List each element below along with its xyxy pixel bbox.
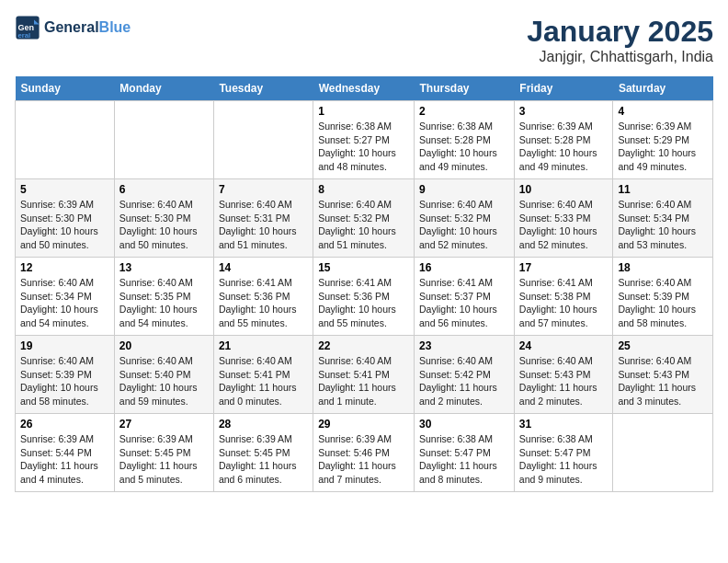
day-info: Sunrise: 6:39 AMSunset: 5:28 PMDaylight:… bbox=[519, 120, 609, 174]
day-number: 8 bbox=[318, 183, 409, 196]
day-info: Sunrise: 6:40 AMSunset: 5:42 PMDaylight:… bbox=[419, 354, 509, 408]
day-info: Sunrise: 6:39 AMSunset: 5:30 PMDaylight:… bbox=[20, 198, 109, 252]
day-info: Sunrise: 6:39 AMSunset: 5:45 PMDaylight:… bbox=[119, 432, 209, 487]
day-number: 19 bbox=[20, 339, 109, 352]
day-number: 16 bbox=[419, 261, 509, 274]
day-number: 24 bbox=[519, 339, 609, 352]
calendar-cell: 15Sunrise: 6:41 AMSunset: 5:36 PMDayligh… bbox=[313, 258, 415, 336]
calendar-cell: 23Sunrise: 6:40 AMSunset: 5:42 PMDayligh… bbox=[415, 336, 515, 414]
day-number: 7 bbox=[219, 183, 308, 196]
day-info: Sunrise: 6:38 AMSunset: 5:47 PMDaylight:… bbox=[419, 432, 509, 487]
day-info: Sunrise: 6:41 AMSunset: 5:38 PMDaylight:… bbox=[519, 276, 609, 330]
calendar-cell bbox=[16, 101, 115, 179]
calendar-cell: 12Sunrise: 6:40 AMSunset: 5:34 PMDayligh… bbox=[16, 258, 115, 336]
day-number: 3 bbox=[519, 105, 609, 118]
calendar-cell: 8Sunrise: 6:40 AMSunset: 5:32 PMDaylight… bbox=[313, 179, 415, 258]
calendar-cell: 6Sunrise: 6:40 AMSunset: 5:30 PMDaylight… bbox=[114, 179, 213, 258]
day-info: Sunrise: 6:40 AMSunset: 5:39 PMDaylight:… bbox=[20, 354, 109, 408]
calendar-cell: 3Sunrise: 6:39 AMSunset: 5:28 PMDaylight… bbox=[514, 101, 613, 179]
weekday-header: Wednesday bbox=[313, 76, 415, 101]
day-info: Sunrise: 6:38 AMSunset: 5:47 PMDaylight:… bbox=[519, 432, 609, 487]
calendar-week-row: 19Sunrise: 6:40 AMSunset: 5:39 PMDayligh… bbox=[16, 336, 713, 414]
calendar-cell: 24Sunrise: 6:40 AMSunset: 5:43 PMDayligh… bbox=[514, 336, 613, 414]
logo-icon: Gen eral bbox=[15, 15, 40, 40]
day-info: Sunrise: 6:38 AMSunset: 5:27 PMDaylight:… bbox=[318, 120, 409, 174]
calendar-cell: 16Sunrise: 6:41 AMSunset: 5:37 PMDayligh… bbox=[415, 258, 515, 336]
calendar-cell: 25Sunrise: 6:40 AMSunset: 5:43 PMDayligh… bbox=[613, 336, 713, 414]
day-info: Sunrise: 6:39 AMSunset: 5:46 PMDaylight:… bbox=[318, 432, 409, 487]
day-number: 18 bbox=[618, 261, 708, 274]
calendar-cell bbox=[213, 101, 313, 179]
weekday-header: Sunday bbox=[16, 76, 115, 101]
day-number: 21 bbox=[219, 339, 308, 352]
day-info: Sunrise: 6:40 AMSunset: 5:32 PMDaylight:… bbox=[318, 198, 409, 252]
day-number: 10 bbox=[519, 183, 609, 196]
calendar-cell: 18Sunrise: 6:40 AMSunset: 5:39 PMDayligh… bbox=[613, 258, 713, 336]
day-number: 27 bbox=[119, 418, 209, 431]
day-info: Sunrise: 6:41 AMSunset: 5:37 PMDaylight:… bbox=[419, 276, 509, 330]
day-number: 23 bbox=[419, 339, 509, 352]
day-info: Sunrise: 6:41 AMSunset: 5:36 PMDaylight:… bbox=[318, 276, 409, 330]
month-title: January 2025 bbox=[527, 15, 713, 49]
day-number: 5 bbox=[20, 183, 109, 196]
calendar-cell: 26Sunrise: 6:39 AMSunset: 5:44 PMDayligh… bbox=[16, 414, 115, 492]
page-header: Gen eral GeneralBlue January 2025 Janjgi… bbox=[15, 15, 713, 65]
calendar-cell: 10Sunrise: 6:40 AMSunset: 5:33 PMDayligh… bbox=[514, 179, 613, 258]
day-info: Sunrise: 6:39 AMSunset: 5:44 PMDaylight:… bbox=[20, 432, 109, 487]
calendar-table: SundayMondayTuesdayWednesdayThursdayFrid… bbox=[15, 76, 713, 492]
day-info: Sunrise: 6:39 AMSunset: 5:29 PMDaylight:… bbox=[618, 120, 708, 174]
calendar-week-row: 12Sunrise: 6:40 AMSunset: 5:34 PMDayligh… bbox=[16, 258, 713, 336]
calendar-header-row: SundayMondayTuesdayWednesdayThursdayFrid… bbox=[16, 76, 713, 101]
day-info: Sunrise: 6:38 AMSunset: 5:28 PMDaylight:… bbox=[419, 120, 509, 174]
calendar-cell: 28Sunrise: 6:39 AMSunset: 5:45 PMDayligh… bbox=[213, 414, 313, 492]
calendar-week-row: 5Sunrise: 6:39 AMSunset: 5:30 PMDaylight… bbox=[16, 179, 713, 258]
calendar-cell: 30Sunrise: 6:38 AMSunset: 5:47 PMDayligh… bbox=[415, 414, 515, 492]
day-info: Sunrise: 6:40 AMSunset: 5:39 PMDaylight:… bbox=[618, 276, 708, 330]
day-info: Sunrise: 6:40 AMSunset: 5:30 PMDaylight:… bbox=[119, 198, 209, 252]
calendar-cell bbox=[114, 101, 213, 179]
day-number: 20 bbox=[119, 339, 209, 352]
day-info: Sunrise: 6:40 AMSunset: 5:35 PMDaylight:… bbox=[119, 276, 209, 330]
calendar-cell: 2Sunrise: 6:38 AMSunset: 5:28 PMDaylight… bbox=[415, 101, 515, 179]
calendar-cell bbox=[613, 414, 713, 492]
day-number: 25 bbox=[618, 339, 708, 352]
day-number: 13 bbox=[119, 261, 209, 274]
day-number: 31 bbox=[519, 418, 609, 431]
calendar-cell: 7Sunrise: 6:40 AMSunset: 5:31 PMDaylight… bbox=[213, 179, 313, 258]
calendar-week-row: 1Sunrise: 6:38 AMSunset: 5:27 PMDaylight… bbox=[16, 101, 713, 179]
title-block: January 2025 Janjgir, Chhattisgarh, Indi… bbox=[527, 15, 713, 65]
svg-text:eral: eral bbox=[18, 31, 31, 40]
weekday-header: Thursday bbox=[415, 76, 515, 101]
day-info: Sunrise: 6:39 AMSunset: 5:45 PMDaylight:… bbox=[219, 432, 308, 487]
day-number: 11 bbox=[618, 183, 708, 196]
calendar-cell: 20Sunrise: 6:40 AMSunset: 5:40 PMDayligh… bbox=[114, 336, 213, 414]
calendar-cell: 9Sunrise: 6:40 AMSunset: 5:32 PMDaylight… bbox=[415, 179, 515, 258]
calendar-cell: 29Sunrise: 6:39 AMSunset: 5:46 PMDayligh… bbox=[313, 414, 415, 492]
weekday-header: Monday bbox=[114, 76, 213, 101]
calendar-cell: 13Sunrise: 6:40 AMSunset: 5:35 PMDayligh… bbox=[114, 258, 213, 336]
calendar-cell: 14Sunrise: 6:41 AMSunset: 5:36 PMDayligh… bbox=[213, 258, 313, 336]
day-info: Sunrise: 6:40 AMSunset: 5:31 PMDaylight:… bbox=[219, 198, 308, 252]
calendar-cell: 27Sunrise: 6:39 AMSunset: 5:45 PMDayligh… bbox=[114, 414, 213, 492]
calendar-cell: 21Sunrise: 6:40 AMSunset: 5:41 PMDayligh… bbox=[213, 336, 313, 414]
day-number: 4 bbox=[618, 105, 708, 118]
day-number: 12 bbox=[20, 261, 109, 274]
day-number: 26 bbox=[20, 418, 109, 431]
day-info: Sunrise: 6:40 AMSunset: 5:34 PMDaylight:… bbox=[618, 198, 708, 252]
calendar-cell: 22Sunrise: 6:40 AMSunset: 5:41 PMDayligh… bbox=[313, 336, 415, 414]
logo-general: GeneralBlue bbox=[44, 19, 131, 36]
location: Janjgir, Chhattisgarh, India bbox=[527, 49, 713, 65]
day-number: 30 bbox=[419, 418, 509, 431]
calendar-cell: 19Sunrise: 6:40 AMSunset: 5:39 PMDayligh… bbox=[16, 336, 115, 414]
day-info: Sunrise: 6:40 AMSunset: 5:32 PMDaylight:… bbox=[419, 198, 509, 252]
weekday-header: Tuesday bbox=[213, 76, 313, 101]
day-number: 29 bbox=[318, 418, 409, 431]
calendar-cell: 4Sunrise: 6:39 AMSunset: 5:29 PMDaylight… bbox=[613, 101, 713, 179]
day-info: Sunrise: 6:40 AMSunset: 5:41 PMDaylight:… bbox=[318, 354, 409, 408]
day-number: 15 bbox=[318, 261, 409, 274]
day-number: 9 bbox=[419, 183, 509, 196]
day-info: Sunrise: 6:40 AMSunset: 5:33 PMDaylight:… bbox=[519, 198, 609, 252]
calendar-cell: 17Sunrise: 6:41 AMSunset: 5:38 PMDayligh… bbox=[514, 258, 613, 336]
day-number: 17 bbox=[519, 261, 609, 274]
day-number: 6 bbox=[119, 183, 209, 196]
